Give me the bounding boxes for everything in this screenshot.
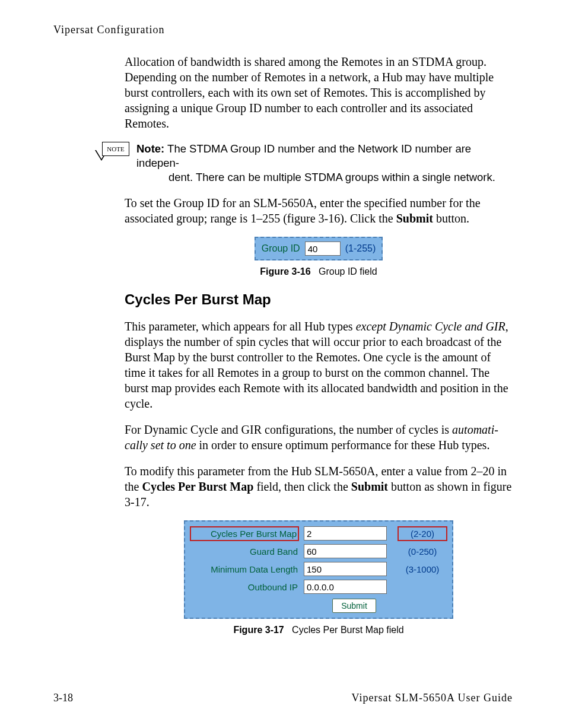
footer-title: Vipersat SLM-5650A User Guide <box>352 692 513 704</box>
figure-3-16-ui: Group ID (1-255) <box>255 237 383 260</box>
form-range: (2-20) <box>399 527 446 540</box>
text-bold: Cycles Per Burst Map <box>142 480 253 493</box>
caption-bold: Figure 3-16 <box>260 266 310 276</box>
form-input[interactable] <box>304 562 387 576</box>
note-text: Note: The STDMA Group ID number and the … <box>136 142 513 185</box>
text-italic: except Dynamic Cycle and GIR <box>356 320 505 333</box>
text-bold: Submit <box>351 480 388 493</box>
figure-3-16-caption: Figure 3-16 Group ID field <box>125 266 513 277</box>
submit-button[interactable]: Submit <box>332 599 376 613</box>
text: This parameter, which appears for all Hu… <box>125 320 356 333</box>
paragraph: To set the Group ID for an SLM-5650A, en… <box>125 195 513 226</box>
text: For Dynamic Cycle and GIR configurations… <box>125 423 452 436</box>
group-id-range: (1-255) <box>345 243 376 254</box>
section-heading: Cycles Per Burst Map <box>125 291 513 308</box>
paragraph: Allocation of bandwidth is shared among … <box>125 54 513 131</box>
form-input[interactable] <box>304 544 387 558</box>
note-icon: NOTE <box>95 142 131 168</box>
note-line2: dent. There can be multiple STDMA groups… <box>168 171 495 183</box>
form-label: Guard Band <box>191 546 298 557</box>
running-header: Vipersat Configuration <box>53 24 513 36</box>
caption-text: Group ID field <box>319 266 377 276</box>
paragraph: This parameter, which appears for all Hu… <box>125 319 513 411</box>
group-id-label: Group ID <box>262 243 300 254</box>
figure-3-17-caption: Figure 3-17 Cycles Per Burst Map field <box>125 625 513 635</box>
paragraph: For Dynamic Cycle and GIR configurations… <box>125 422 513 453</box>
form-range: (3-1000) <box>399 564 446 574</box>
form-range: (0-250) <box>399 546 446 557</box>
form-label: Cycles Per Burst Map <box>191 527 298 540</box>
text: , displays the number of spin cycles tha… <box>125 320 508 410</box>
note-prefix: Note: <box>136 142 164 155</box>
caption-text: Cycles Per Burst Map field <box>292 625 404 635</box>
caption-bold: Figure 3-17 <box>233 625 284 635</box>
text: button. <box>433 212 469 225</box>
text: in order to ensure optimum performance f… <box>196 438 490 452</box>
note-line1: The STDMA Group ID number and the Networ… <box>136 142 471 169</box>
text: field, then click the <box>253 480 351 493</box>
figure-3-17-ui: Cycles Per Burst Map(2-20)Guard Band(0-2… <box>184 520 453 619</box>
form-label: Outbound IP <box>191 582 298 592</box>
page-number: 3-18 <box>53 692 73 704</box>
form-input[interactable] <box>304 580 387 594</box>
paragraph: To modify this parameter from the Hub SL… <box>125 463 513 510</box>
text-bold: Submit <box>396 212 433 225</box>
form-label: Minimum Data Length <box>191 564 298 574</box>
group-id-input[interactable] <box>305 241 341 256</box>
note-box-label: NOTE <box>102 142 129 156</box>
form-input[interactable] <box>304 526 387 541</box>
